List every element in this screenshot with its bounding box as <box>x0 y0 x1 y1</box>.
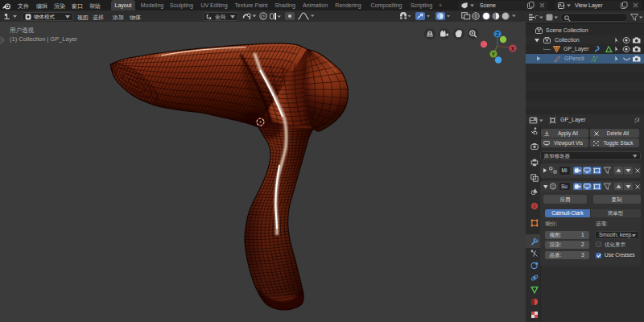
svg-text:Z: Z <box>496 31 499 37</box>
svg-text:Y: Y <box>492 52 496 57</box>
svg-text:X: X <box>511 46 515 52</box>
